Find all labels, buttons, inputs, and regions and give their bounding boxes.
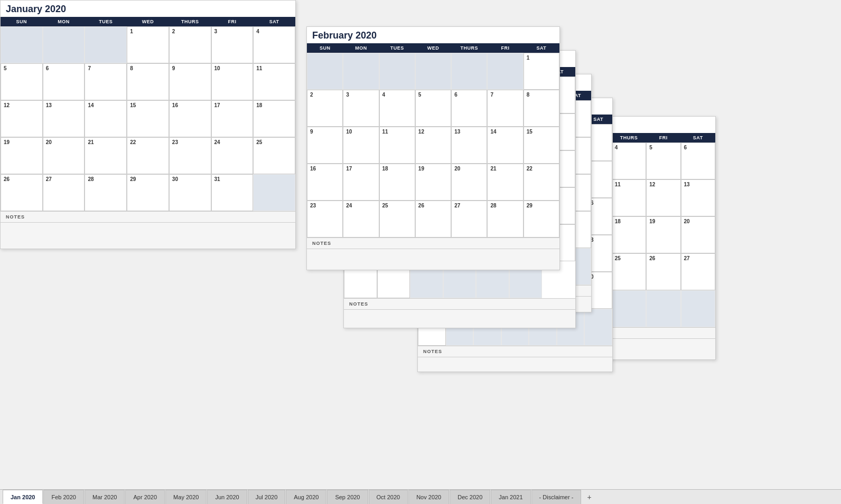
tab-jan-2020[interactable]: Jan 2020 [3,490,43,504]
february-body: 1 2 3 4 5 6 7 8 9 10 11 12 13 14 15 16 1… [307,53,559,237]
jan-day-25: 25 [253,137,295,174]
jan-day-15: 15 [127,100,169,137]
jan-hdr-tue: TUES [85,17,127,26]
jan-day-24: 24 [211,137,254,174]
jan-day-27: 27 [43,174,85,211]
main-content: 2020 MONTHLY CALENDAR January 2020 SUN M… [0,0,841,489]
jan-day-empty-end [253,174,295,211]
feb-hdr-sun: SUN [307,43,343,53]
tab-sep-2020[interactable]: Sep 2020 [327,490,368,504]
feb-notes: NOTES [307,237,559,249]
jan-day-29: 29 [127,174,169,211]
jan-day-4: 4 [253,26,295,63]
jan-day-14: 14 [85,100,127,137]
jan-day-empty2 [43,26,85,63]
tab-aug-2020[interactable]: Aug 2020 [286,490,326,504]
jan-day-23: 23 [169,137,211,174]
jan-day-1: 1 [127,26,169,63]
jan-day-empty3 [85,26,127,63]
tab-disclaimer[interactable]: - Disclaimer - [531,490,582,504]
tab-bar: Jan 2020 Feb 2020 Mar 2020 Apr 2020 May … [0,489,841,504]
tab-may-2020[interactable]: May 2020 [165,490,207,504]
tab-add-button[interactable]: + [582,490,596,504]
jan-day-31: 31 [211,174,254,211]
jan-day-10: 10 [211,63,254,100]
calendar-february: February 2020 SUN MON TUES WED THURS FRI… [306,26,560,270]
feb-hdr-tue: TUES [379,43,415,53]
feb-hdr-thu: THURS [451,43,487,53]
feb-hdr-sat: SAT [524,43,559,53]
jan-day-16: 16 [169,100,211,137]
jan-day-9: 9 [169,63,211,100]
tab-jun-2020[interactable]: Jun 2020 [207,490,247,504]
tab-apr-2020[interactable]: Apr 2020 [125,490,165,504]
jan-day-22: 22 [127,137,169,174]
february-header: SUN MON TUES WED THURS FRI SAT [307,43,559,53]
jan-hdr-wed: WED [127,17,169,26]
jan-day-12: 12 [1,100,43,137]
feb-hdr-mon: MON [343,43,379,53]
jan-day-3: 3 [211,26,254,63]
tab-jul-2020[interactable]: Jul 2020 [248,490,286,504]
app-container: 2020 MONTHLY CALENDAR January 2020 SUN M… [0,0,841,504]
january-header: SUN MON TUES WED THURS FRI SAT [1,17,295,26]
jan-day-empty [1,26,43,63]
jan-notes: NOTES [1,211,295,222]
tab-feb-2020[interactable]: Feb 2020 [43,490,83,504]
tab-dec-2020[interactable]: Dec 2020 [450,490,490,504]
tab-oct-2020[interactable]: Oct 2020 [369,490,408,504]
tab-jan-2021[interactable]: Jan 2021 [491,490,530,504]
jan-day-6: 6 [43,63,85,100]
jan-day-2: 2 [169,26,211,63]
jan-day-13: 13 [43,100,85,137]
february-title: February 2020 [307,27,559,43]
tab-nov-2020[interactable]: Nov 2020 [408,490,449,504]
jan-hdr-thu: THURS [169,17,211,26]
jan-day-7: 7 [85,63,127,100]
jan-day-5: 5 [1,63,43,100]
jan-day-17: 17 [211,100,254,137]
mar-notes: NOTES [344,298,575,309]
calendar-january: January 2020 SUN MON TUES WED THURS FRI … [0,0,296,249]
jan-day-21: 21 [85,137,127,174]
jan-day-11: 11 [253,63,295,100]
jan-hdr-mon: MON [43,17,85,26]
tab-mar-2020[interactable]: Mar 2020 [85,490,125,504]
jan-day-8: 8 [127,63,169,100]
jan-hdr-sun: SUN [1,17,43,26]
jan-day-20: 20 [43,137,85,174]
jan-day-30: 30 [169,174,211,211]
jan-day-18: 18 [253,100,295,137]
feb-hdr-wed: WED [415,43,451,53]
feb-hdr-fri: FRI [487,43,523,53]
jan-hdr-sat: SAT [253,17,295,26]
january-title: January 2020 [1,1,295,17]
jan-hdr-fri: FRI [211,17,254,26]
jan-day-26: 26 [1,174,43,211]
jan-day-28: 28 [85,174,127,211]
may-notes: NOTES [418,346,612,357]
jan-day-19: 19 [1,137,43,174]
january-body: 1 2 3 4 5 6 7 8 9 10 11 12 13 14 15 16 1… [1,26,295,211]
